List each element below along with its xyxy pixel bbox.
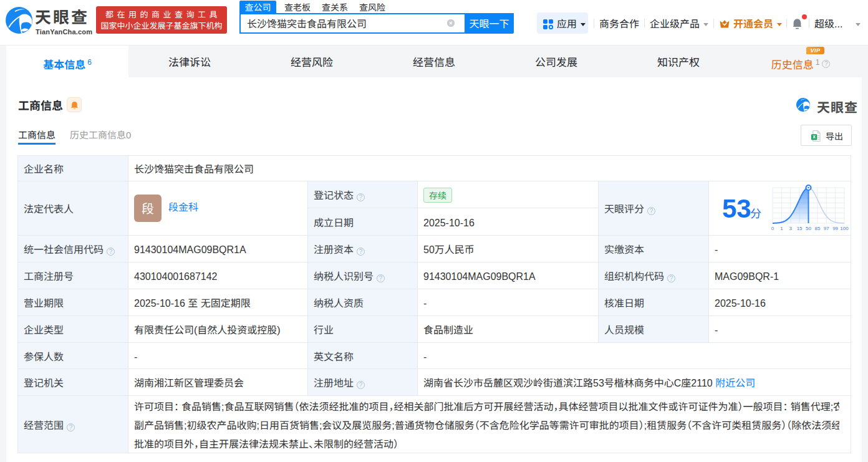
svg-text:99: 99 (832, 226, 838, 231)
svg-text:0: 0 (771, 226, 774, 231)
svg-text:85: 85 (814, 226, 820, 231)
svg-text:50: 50 (806, 226, 811, 231)
svg-text:3: 3 (789, 226, 793, 231)
svg-text:1: 1 (780, 226, 783, 231)
svg-text:97: 97 (824, 226, 829, 231)
svg-text:15: 15 (797, 226, 803, 231)
svg-text:100: 100 (840, 226, 849, 231)
